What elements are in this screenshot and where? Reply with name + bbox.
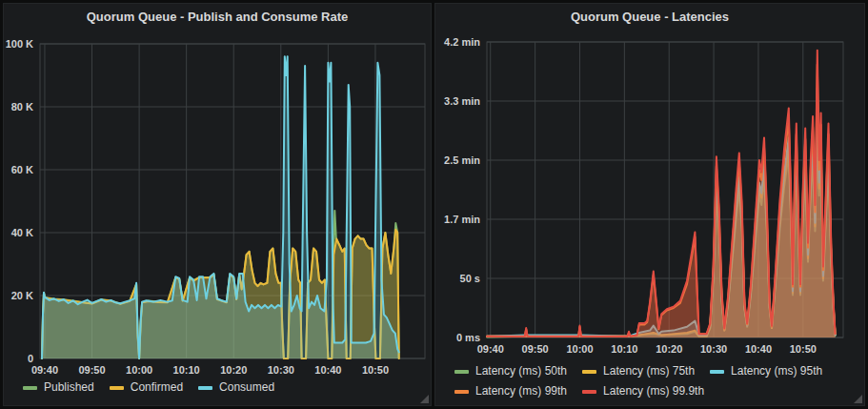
y-tick-label: 50 s [460,273,480,284]
legend-color-dash-icon [23,386,37,390]
legend-color-dash-icon [110,386,124,390]
grafana-dashboard: { "panels": [ { "title": "Quorum Queue -… [0,0,868,409]
legend-color-dash-icon [582,390,596,394]
latencies-chart[interactable]: 0 ms50 s1.7 min2.5 min3.3 min4.2 min09:4… [435,4,866,407]
legend-item-latency-ms-99th[interactable]: Latency (ms) 99th [454,381,567,401]
x-tick-label: 09:40 [31,364,58,376]
x-tick-label: 10:40 [314,364,341,376]
legend-color-dash-icon [454,390,469,394]
legend-item-confirmed[interactable]: Confirmed [110,378,183,398]
legend-item-published[interactable]: Published [23,378,94,398]
y-tick-label: 4.2 min [444,36,480,48]
series-area-latency-ms-99-9th [487,51,836,337]
x-tick-label: 10:20 [220,364,247,376]
y-tick-label: 60 K [11,164,33,175]
y-tick-label: 100 K [6,38,33,50]
panel-latencies: Quorum Queue - Latencies 0 ms50 s1.7 min… [434,3,865,406]
y-tick-label: 2.5 min [444,154,480,166]
legend-item-latency-ms-75th[interactable]: Latency (ms) 75th [582,361,695,381]
y-tick-label: 40 K [11,227,33,238]
x-tick-label: 10:30 [700,343,727,355]
x-tick-label: 10:50 [790,343,817,355]
legend-color-dash-icon [454,370,469,374]
panel-resize-handle-icon[interactable] [854,395,862,403]
x-tick-label: 10:30 [268,364,294,376]
x-tick-label: 09:40 [477,343,504,355]
x-tick-label: 10:20 [656,343,682,355]
y-tick-label: 3.3 min [444,95,480,107]
legend: Latency (ms) 50thLatency (ms) 75thLatenc… [454,361,855,401]
legend: PublishedConfirmedConsumed [23,378,421,398]
publish-consume-chart[interactable]: 020 K40 K60 K80 K100 K09:4009:5010:0010:… [4,4,433,407]
panel-publish-consume-rate: Quorum Queue - Publish and Consume Rate … [3,3,432,406]
x-tick-label: 09:50 [78,364,105,376]
legend-color-dash-icon [582,370,596,374]
x-tick-label: 10:10 [611,343,637,355]
legend-item-consumed[interactable]: Consumed [198,378,274,398]
legend-item-latency-ms-50th[interactable]: Latency (ms) 50th [454,361,567,381]
y-tick-label: 20 K [11,290,33,301]
y-tick-label: 1.7 min [444,214,480,225]
legend-item-latency-ms-99-9th[interactable]: Latency (ms) 99.9th [582,381,704,401]
x-tick-label: 10:40 [745,343,772,355]
x-tick-label: 10:50 [362,364,389,376]
y-tick-label: 0 [28,353,33,364]
legend-item-latency-ms-95th[interactable]: Latency (ms) 95th [710,361,822,381]
y-tick-label: 80 K [11,101,33,112]
legend-color-dash-icon [198,386,212,390]
x-tick-label: 10:10 [173,364,200,376]
x-tick-label: 09:50 [522,343,549,355]
panel-resize-handle-icon[interactable] [420,395,429,403]
y-tick-label: 0 ms [456,332,480,343]
legend-color-dash-icon [710,370,724,374]
x-tick-label: 10:00 [566,343,593,355]
x-tick-label: 10:00 [126,364,152,376]
